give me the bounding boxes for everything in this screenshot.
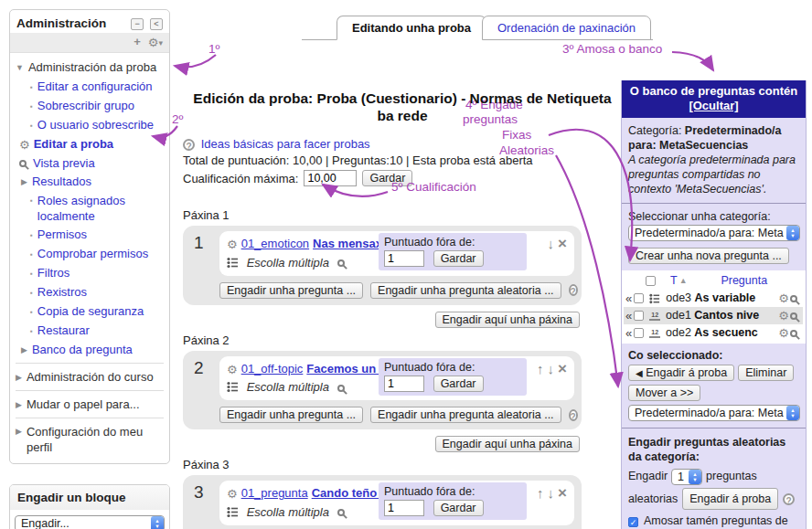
tree-item-permisos[interactable]: ▪Permisos — [14, 225, 166, 244]
row-checkbox[interactable] — [634, 328, 644, 338]
score-input[interactable] — [384, 250, 424, 267]
tree-item-sobrescribir-grupo[interactable]: ▪Sobrescribir grupo — [14, 96, 166, 115]
question-entry[interactable]: ode2 As secuenc — [666, 324, 777, 342]
add-page-here-button[interactable]: Engadir aquí unha páxina — [435, 312, 580, 328]
tree-link[interactable]: Roles asignados localmente — [37, 193, 147, 224]
delete-question-icon[interactable]: × — [558, 484, 567, 502]
add-page-here-button[interactable]: Engadir aquí unha páxina — [435, 436, 580, 452]
category-select[interactable]: Predeterminado/a para: MetaS ▲▼ — [628, 225, 800, 241]
tree-item-vista-previa[interactable]: Vista previa — [14, 153, 166, 172]
tree-item-restaurar[interactable]: ▪Restaurar — [14, 321, 166, 340]
help-icon[interactable]: ? — [569, 284, 578, 296]
move-up-icon[interactable]: ↑ — [537, 485, 544, 501]
tree-link-current[interactable]: Editar a proba — [34, 137, 113, 151]
random-count-select[interactable]: 1▲▼ — [671, 469, 702, 485]
question-id-link[interactable]: 01_off-topic — [241, 362, 304, 376]
tree-item-editar-configuracion[interactable]: ▪Editar a configuración — [14, 77, 166, 96]
edit-question-gear-icon[interactable]: ⚙ — [227, 362, 238, 376]
help-icon[interactable]: ? — [783, 493, 795, 505]
sort-asc-icon[interactable]: ▲ — [679, 272, 688, 290]
question-id-link[interactable]: 01_pregunta — [241, 486, 308, 500]
subcategories-checkbox[interactable]: ✓ — [628, 517, 638, 527]
score-input[interactable] — [384, 376, 424, 392]
add-to-quiz-icon[interactable]: « — [625, 307, 630, 324]
add-selected-to-quiz-button[interactable]: ◀ Engadir á proba — [628, 365, 734, 381]
add-to-quiz-icon[interactable]: « — [625, 290, 630, 307]
move-category-select[interactable]: Predeterminado/a para: MetaS ▲▼ — [628, 405, 800, 421]
save-score-button[interactable]: Gardar — [433, 250, 484, 267]
score-input[interactable] — [384, 500, 424, 516]
move-down-icon[interactable]: ↓ — [548, 485, 555, 501]
help-icon[interactable]: ? — [569, 409, 578, 421]
add-random-to-quiz-button[interactable]: Engadir á proba — [682, 488, 778, 510]
create-question-button[interactable]: Crear unha nova pregunta ... — [628, 248, 789, 264]
tree-link[interactable]: Rexistros — [37, 285, 87, 299]
tree-link[interactable]: Banco da pregunta — [32, 343, 133, 356]
add-question-button[interactable]: Engadir unha pregunta ... — [219, 282, 363, 299]
question-column-header[interactable]: Pregunta — [688, 272, 801, 290]
caret-right-icon[interactable]: ▶ — [16, 373, 22, 382]
move-block-icon[interactable]: + — [134, 35, 141, 48]
hide-bank-link[interactable]: [Ocultar] — [689, 99, 738, 112]
preview-question-icon[interactable] — [790, 330, 797, 337]
select-all-checkbox[interactable] — [646, 276, 656, 286]
move-to-button[interactable]: Mover a >> — [628, 385, 700, 401]
delete-question-icon[interactable]: × — [558, 360, 567, 377]
tree-link[interactable]: Editar a configuración — [37, 79, 153, 93]
tree-link[interactable]: Copia de seguranza — [37, 304, 144, 318]
minimize-block-icon[interactable]: − — [131, 18, 144, 30]
tree-item-admin-curso[interactable]: ▶Administración do curso — [14, 367, 166, 386]
add-block-select[interactable]: Engadir... ▲▼ — [15, 515, 165, 529]
question-entry[interactable]: ode3 As variable — [666, 290, 777, 307]
tree-item-filtros[interactable]: ▪Filtros — [14, 263, 166, 282]
preview-question-icon[interactable] — [790, 295, 797, 302]
tree-link[interactable]: Sobrescribir grupo — [37, 99, 134, 112]
type-column-header[interactable]: T — [670, 272, 678, 290]
tree-item-editar-a-proba[interactable]: ⚙Editar a proba — [14, 134, 166, 153]
tree-link[interactable]: Filtros — [37, 266, 69, 280]
tree-link[interactable]: Resultados — [32, 175, 91, 188]
add-random-question-button[interactable]: Engadir unha pregunta aleatoria ... — [370, 282, 561, 299]
tree-item-config-perfil[interactable]: ▶Configuración do meu perfil — [14, 422, 166, 456]
dock-block-icon[interactable]: < — [150, 18, 163, 30]
tree-item-comprobar-permisos[interactable]: ▪Comprobar permisos — [14, 244, 166, 263]
move-down-icon[interactable]: ↓ — [548, 361, 555, 376]
save-score-button[interactable]: Gardar — [433, 376, 484, 392]
add-question-button[interactable]: Engadir unha pregunta ... — [219, 407, 363, 423]
tree-item-usuario-sobrescribe[interactable]: ▪O usuario sobrescribe — [14, 115, 166, 134]
tree-item-copia-seguranza[interactable]: ▪Copia de seguranza — [14, 302, 166, 321]
tree-link[interactable]: Restaurar — [37, 323, 90, 337]
add-to-quiz-icon[interactable]: « — [625, 324, 630, 342]
tree-item-banco-pregunta[interactable]: ▶Banco da pregunta — [14, 340, 166, 359]
edit-question-gear-icon[interactable]: ⚙ — [778, 290, 789, 307]
caret-right-icon[interactable]: ▶ — [21, 345, 27, 354]
question-id-link[interactable]: 01_emoticon — [241, 237, 309, 250]
add-random-question-button[interactable]: Engadir unha pregunta aleatoria ... — [370, 407, 561, 423]
save-score-button[interactable]: Gardar — [433, 500, 484, 516]
caret-right-icon[interactable]: ▶ — [16, 400, 22, 409]
preview-question-icon[interactable] — [790, 312, 797, 320]
tree-link[interactable]: Permisos — [37, 227, 87, 241]
edit-question-gear-icon[interactable]: ⚙ — [227, 487, 238, 501]
row-checkbox[interactable] — [634, 311, 644, 321]
move-up-icon[interactable]: ↑ — [537, 361, 544, 376]
caret-right-icon[interactable]: ▶ — [16, 427, 22, 436]
tree-link[interactable]: Comprobar permisos — [37, 247, 148, 260]
preview-question-icon[interactable] — [337, 385, 345, 392]
tree-link[interactable]: O usuario sobrescribe — [37, 118, 154, 132]
tree-item-roles-asignados[interactable]: ▪Roles asignados localmente — [14, 191, 166, 225]
move-down-icon[interactable]: ↓ — [548, 236, 555, 251]
tree-item-resultados[interactable]: ▶Resultados — [14, 172, 166, 191]
tab-ordenacion-paxinacion[interactable]: Ordenación de paxinación — [482, 16, 651, 40]
edit-question-gear-icon[interactable]: ⚙ — [778, 324, 789, 342]
preview-question-icon[interactable] — [337, 509, 345, 516]
block-gear-icon[interactable]: ⚙ — [148, 36, 159, 49]
edit-question-gear-icon[interactable]: ⚙ — [778, 307, 789, 324]
edit-question-gear-icon[interactable]: ⚙ — [227, 238, 238, 251]
help-link[interactable]: Ideas básicas para facer probas — [201, 137, 370, 151]
tab-editando-unha-proba[interactable]: Editando unha proba — [337, 16, 486, 40]
tree-item-admin-da-proba[interactable]: ▼Administración da proba — [14, 58, 166, 77]
delete-question-icon[interactable]: × — [558, 235, 567, 252]
question-entry[interactable]: ode1 Cantos nive — [666, 307, 777, 324]
preview-question-icon[interactable] — [337, 259, 345, 267]
